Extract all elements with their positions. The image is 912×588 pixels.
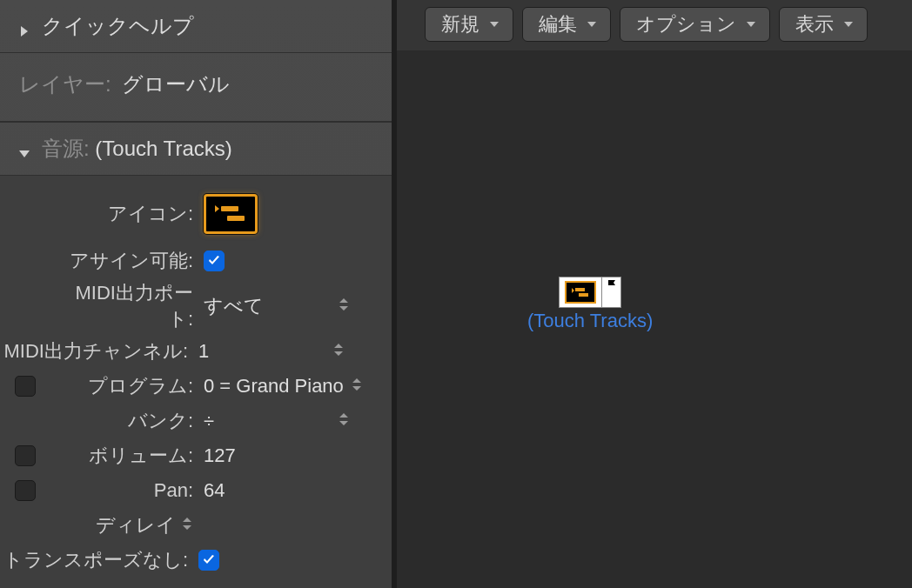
environment-canvas[interactable]: (Touch Tracks) — [397, 50, 912, 588]
prop-midi-port-row: MIDI出力ポート: すべて — [0, 278, 392, 334]
bank-value[interactable]: ÷ — [198, 410, 355, 432]
prop-bank-row: バンク: ÷ — [0, 404, 392, 438]
midi-channel-value[interactable]: 1 — [193, 340, 350, 363]
menu-new[interactable]: 新規 — [425, 7, 513, 42]
stepper-icon — [351, 375, 363, 398]
layer-label: レイヤー: — [19, 72, 111, 96]
prop-icon-row: アイコン: — [0, 184, 392, 244]
midi-port-value[interactable]: すべて — [198, 293, 355, 319]
prop-bank-label: バンク: — [50, 408, 198, 434]
prop-program-row: プログラム: 0 = Grand Piano — [0, 369, 392, 404]
prop-icon-label: アイコン: — [50, 201, 198, 227]
stepper-icon — [332, 340, 345, 363]
chevron-right-icon — [17, 19, 31, 33]
layer-row[interactable]: レイヤー: グローバル — [0, 53, 392, 122]
volume-enable-checkbox[interactable] — [15, 445, 36, 466]
stepper-icon — [181, 514, 193, 537]
caret-down-icon — [842, 13, 855, 36]
prop-assignable-row: アサイン可能: — [0, 244, 392, 278]
instrument-header-label: 音源: (Touch Tracks) — [42, 135, 232, 163]
menu-view[interactable]: 表示 — [779, 7, 868, 42]
svg-rect-2 — [575, 288, 585, 291]
caret-down-icon — [586, 13, 598, 36]
pan-enable-checkbox[interactable] — [15, 480, 36, 501]
instrument-header[interactable]: 音源: (Touch Tracks) — [0, 122, 392, 176]
prop-volume-label: ボリューム: — [50, 443, 198, 469]
quick-help-label: クイックヘルプ — [42, 12, 194, 40]
layer-value: グローバル — [122, 72, 230, 96]
node-icon-group — [559, 277, 621, 308]
instrument-icon-thumbnail[interactable] — [204, 194, 258, 234]
touch-tracks-node[interactable]: (Touch Tracks) — [527, 277, 653, 332]
prop-midi-port-label: MIDI出力ポート: — [50, 280, 198, 332]
prop-volume-row: ボリューム: 127 — [0, 438, 392, 473]
pan-value[interactable]: 64 — [198, 479, 355, 502]
prop-no-transpose-label: トランスポーズなし: — [0, 547, 193, 573]
chevron-down-icon — [17, 142, 31, 156]
prop-pan-row: Pan: 64 — [0, 473, 392, 508]
prop-midi-channel-label: MIDI出力チャンネル: — [0, 338, 193, 364]
instrument-properties: アイコン: アサイン可能: — [0, 176, 392, 588]
quick-help-header[interactable]: クイックヘルプ — [0, 0, 392, 53]
svg-rect-0 — [221, 206, 238, 211]
caret-down-icon — [745, 13, 757, 36]
prop-delay-label[interactable]: ディレイ — [50, 512, 198, 538]
environment-area: 新規 編集 オプション 表示 — [397, 0, 912, 588]
no-transpose-checkbox[interactable] — [198, 550, 219, 571]
environment-toolbar: 新規 編集 オプション 表示 — [397, 0, 912, 50]
prop-no-transpose-row: トランスポーズなし: — [0, 543, 392, 578]
program-enable-checkbox[interactable] — [15, 376, 36, 397]
inspector-panel: クイックヘルプ レイヤー: グローバル 音源: (Touch Tracks) ア… — [0, 0, 392, 588]
prop-program-label: プログラム: — [50, 373, 198, 399]
svg-rect-1 — [227, 216, 245, 221]
volume-value[interactable]: 127 — [198, 444, 355, 467]
prop-midi-channel-row: MIDI出力チャンネル: 1 — [0, 334, 392, 369]
assignable-checkbox[interactable] — [204, 251, 225, 271]
prop-pan-label: Pan: — [50, 479, 198, 502]
node-flag-icon — [602, 277, 621, 308]
prop-delay-row: ディレイ — [0, 508, 392, 543]
menu-options[interactable]: オプション — [620, 7, 770, 42]
menu-edit[interactable]: 編集 — [522, 7, 611, 42]
node-label: (Touch Tracks) — [527, 310, 653, 332]
program-value[interactable]: 0 = Grand Piano — [198, 375, 368, 398]
svg-rect-3 — [579, 293, 588, 297]
prop-assignable-label: アサイン可能: — [50, 248, 198, 274]
caret-down-icon — [488, 13, 500, 36]
node-instrument-icon — [559, 277, 602, 308]
stepper-icon — [338, 295, 350, 317]
stepper-icon — [338, 410, 350, 432]
